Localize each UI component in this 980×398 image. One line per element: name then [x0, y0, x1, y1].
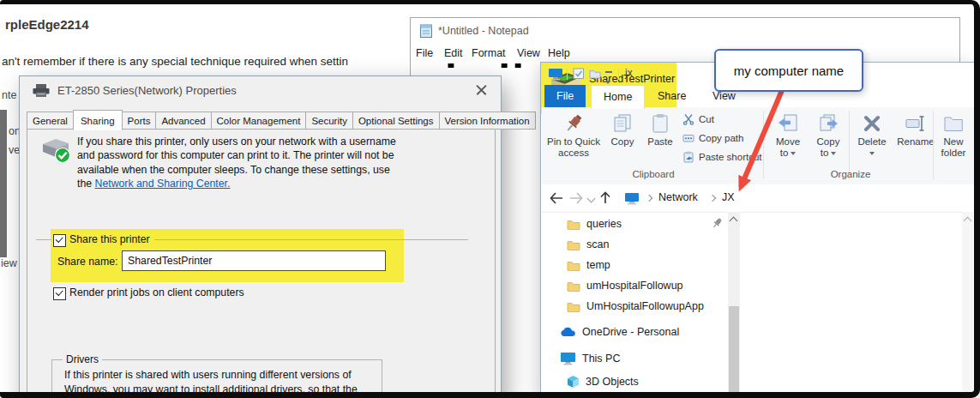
breadcrumb-chevron-icon[interactable]: [709, 195, 716, 202]
dialog-title: ET-2850 Series(Network) Properties: [57, 84, 237, 97]
onedrive-cloud-icon: [560, 326, 576, 338]
dropdown-caret-icon: [831, 152, 836, 155]
notepad-title: *Untitled - Notepad: [438, 25, 529, 37]
background-scroll-strip: [0, 110, 7, 257]
folder-icon: [567, 301, 580, 312]
nav-item-3d-objects[interactable]: 3D Objects: [567, 375, 639, 389]
tab-security[interactable]: Security: [305, 112, 353, 130]
back-icon[interactable]: [549, 191, 564, 205]
nav-item-umhospitalfollowup[interactable]: umHospitalFollowup: [567, 280, 683, 292]
menu-edit[interactable]: Edit: [444, 47, 463, 59]
rename-button[interactable]: Rename: [893, 111, 938, 167]
render-print-jobs-checkbox[interactable]: [53, 287, 66, 300]
menu-file[interactable]: File: [416, 47, 433, 59]
close-icon[interactable]: [469, 81, 493, 99]
share-name-input[interactable]: [122, 250, 386, 271]
new-folder-button[interactable]: Newfolder: [935, 111, 972, 167]
shared-printer-status-icon: [39, 136, 72, 164]
menu-format[interactable]: Format: [472, 47, 506, 59]
paste-icon: [649, 112, 671, 135]
background-text-line: an't remember if there is any special te…: [2, 55, 348, 68]
folder-icon: [567, 239, 580, 250]
drivers-text-line2: Windows, you may want to install additio…: [64, 383, 358, 395]
rename-label: Rename: [893, 136, 938, 148]
qat-properties-icon[interactable]: [573, 68, 585, 80]
paste-button[interactable]: Paste: [641, 111, 679, 167]
scissors-icon: [682, 113, 694, 125]
tab-advanced[interactable]: Advanced: [155, 112, 211, 130]
printer-properties-dialog: ET-2850 Series(Network) Properties Gener…: [19, 75, 502, 398]
scroll-up-icon[interactable]: [964, 217, 972, 226]
paste-button-label: Paste: [641, 136, 679, 148]
copy-button-label: Copy: [605, 136, 640, 148]
breadcrumb-chevron-icon[interactable]: [646, 195, 652, 202]
nav-item-scan[interactable]: scan: [567, 238, 609, 250]
paste-shortcut-icon: [682, 151, 694, 163]
annotation-arrow: [724, 86, 797, 201]
annotation-text: my computer name: [734, 63, 844, 78]
groupbox-line: [36, 239, 51, 240]
up-icon[interactable]: [598, 190, 612, 205]
nav-item-this-pc[interactable]: This PC: [560, 352, 620, 365]
ribbon-separator: [933, 111, 934, 179]
nav-scrollbar[interactable]: [728, 212, 740, 394]
content-scrollbar[interactable]: [962, 212, 973, 394]
drivers-groupbox-title: Drivers: [63, 353, 102, 365]
address-location-icon: [624, 192, 640, 205]
ribbon-tab-share[interactable]: Share: [646, 85, 698, 107]
printer-icon: [32, 83, 51, 98]
nav-item-onedrive[interactable]: OneDrive - Personal: [560, 326, 679, 338]
delete-x-icon: [861, 112, 883, 135]
notepad-icon: [419, 23, 433, 39]
folder-icon: [567, 260, 580, 271]
qat-new-folder-icon[interactable]: [589, 69, 601, 79]
cut-button[interactable]: Cut: [682, 112, 714, 127]
render-print-jobs-label: Render print jobs on client computers: [69, 286, 244, 298]
breadcrumb-network[interactable]: Network: [658, 191, 698, 203]
nav-item-umhospitalfollowupapp[interactable]: UmHospitalFollowupApp: [567, 300, 704, 312]
pushpin-icon: [562, 112, 585, 135]
background-heading: rpleEdge2214: [5, 17, 89, 32]
tab-ports[interactable]: Ports: [122, 112, 157, 130]
forward-icon[interactable]: [568, 191, 584, 205]
tab-version-information[interactable]: Version Information: [439, 112, 536, 130]
copy-button[interactable]: Copy: [605, 111, 640, 167]
copy-to-button[interactable]: Copyto: [809, 111, 847, 167]
background-fragment: nte: [2, 89, 16, 101]
menu-view[interactable]: View: [517, 47, 540, 59]
tab-color-management[interactable]: Color Management: [211, 112, 307, 130]
ribbon-tab-home[interactable]: Home: [591, 85, 645, 109]
folder-icon: [567, 219, 580, 230]
background-fragment: iew: [1, 257, 17, 269]
pin-button-label: Pin to Quick access: [545, 136, 602, 159]
delete-label: Delete: [852, 136, 892, 159]
share-this-printer-checkbox[interactable]: [53, 234, 66, 247]
copy-to-label: Copyto: [809, 136, 847, 159]
nav-item-queries[interactable]: queries: [567, 218, 622, 230]
3d-cube-icon: [567, 375, 580, 389]
groupbox-line: [154, 239, 468, 240]
pin-icon[interactable]: [712, 217, 723, 229]
dialog-tab-strip: General Sharing Ports Advanced Color Man…: [27, 109, 535, 130]
recent-locations-icon[interactable]: [587, 195, 596, 203]
network-sharing-center-link[interactable]: Network and Sharing Center.: [95, 178, 231, 190]
pin-to-quick-access-button[interactable]: Pin to Quick access: [545, 111, 602, 167]
scroll-up-icon[interactable]: [730, 217, 738, 226]
tab-optional-settings[interactable]: Optional Settings: [352, 112, 440, 130]
copy-path-icon: [682, 132, 694, 144]
tab-sharing[interactable]: Sharing: [73, 110, 123, 130]
nav-scrollbar-thumb[interactable]: [729, 306, 739, 394]
share-this-printer-label: Share this printer: [69, 233, 150, 245]
copy-icon: [611, 112, 634, 135]
explorer-window-icon: [548, 68, 563, 81]
menu-help[interactable]: Help: [548, 47, 570, 59]
qat-separator: [567, 69, 568, 80]
nav-item-temp[interactable]: temp: [567, 259, 610, 271]
copy-to-icon: [817, 112, 839, 135]
ribbon-tab-file[interactable]: File: [544, 85, 586, 107]
delete-button[interactable]: Delete: [852, 111, 892, 167]
drivers-groupbox: Drivers If this printer is shared with u…: [51, 359, 382, 398]
explorer-window-title: jx: [625, 67, 633, 79]
tab-general[interactable]: General: [27, 112, 74, 130]
cut-button-label: Cut: [699, 114, 714, 124]
